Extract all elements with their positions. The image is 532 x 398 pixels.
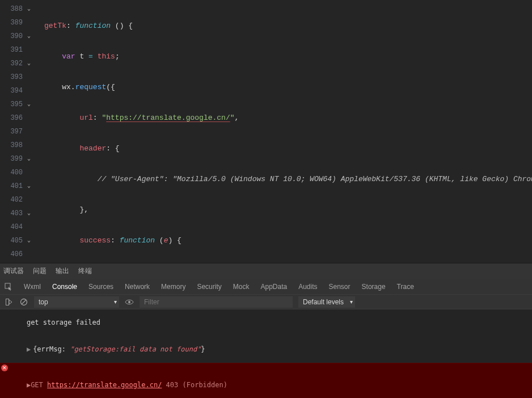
tab-security[interactable]: Security <box>197 283 221 291</box>
filter-input[interactable] <box>140 296 293 308</box>
fold-arrow[interactable]: ⌄ <box>26 156 32 162</box>
expand-arrow-icon[interactable]: ▶ <box>27 345 31 353</box>
code-editor[interactable]: 388⌄ 389⌄ 390⌄ 391⌄ 392⌄ 393⌄ 394⌄ 395⌄ … <box>0 0 532 263</box>
clear-console-icon[interactable] <box>19 298 28 307</box>
tab-storage[interactable]: Storage <box>362 283 386 291</box>
svg-point-4 <box>128 301 130 303</box>
console-message: get storage failed <box>0 309 532 336</box>
error-link[interactable]: https://translate.google.cn/ <box>47 381 162 389</box>
fold-arrow[interactable]: ⌄ <box>26 238 32 244</box>
svg-rect-0 <box>5 283 10 288</box>
error-icon: ✕ <box>1 365 8 371</box>
tab-debugger[interactable]: 调试器 <box>3 266 24 276</box>
tab-terminal[interactable]: 终端 <box>78 266 92 276</box>
tab-audits[interactable]: Audits <box>298 283 317 291</box>
tab-appdata[interactable]: AppData <box>260 283 287 291</box>
log-level-selector[interactable]: Default levels <box>298 296 355 308</box>
tab-console[interactable]: Console <box>52 283 77 291</box>
tab-network[interactable]: Network <box>125 283 150 291</box>
fold-arrow[interactable]: ⌄ <box>26 6 32 12</box>
console-message: ▶{errMsg: "getStorage:fail data not foun… <box>0 336 532 363</box>
tab-sensor[interactable]: Sensor <box>329 283 351 291</box>
eye-icon[interactable] <box>125 298 134 307</box>
bottom-panel-tabs: 调试器 问题 输出 终端 <box>0 263 532 279</box>
tab-wxml[interactable]: Wxml <box>24 283 41 291</box>
tab-memory[interactable]: Memory <box>161 283 185 291</box>
fold-arrow[interactable]: ⌄ <box>26 183 32 189</box>
tab-output[interactable]: 输出 <box>56 266 69 276</box>
fold-arrow[interactable]: ⌄ <box>26 33 32 39</box>
line-number-gutter: 388⌄ 389⌄ 390⌄ 391⌄ 392⌄ 393⌄ 394⌄ 395⌄ … <box>0 0 35 263</box>
inspect-icon[interactable] <box>5 283 12 291</box>
fold-arrow[interactable]: ⌄ <box>26 61 32 66</box>
console-output[interactable]: get storage failed ▶{errMsg: "getStorage… <box>0 309 532 398</box>
tab-mock[interactable]: Mock <box>233 283 250 291</box>
context-selector[interactable]: top <box>34 296 119 308</box>
tab-trace[interactable]: Trace <box>397 283 414 291</box>
fold-arrow[interactable]: ⌄ <box>26 211 32 216</box>
code-content[interactable]: getTk: function () { var t = this; wx.re… <box>35 0 532 263</box>
tab-sources[interactable]: Sources <box>88 283 113 291</box>
console-toolbar: top Default levels <box>0 295 532 309</box>
fold-arrow[interactable]: ⌄ <box>26 102 32 107</box>
svg-rect-1 <box>6 299 9 305</box>
console-error: ✕ ▶GET https://translate.google.cn/ 403 … <box>0 363 532 398</box>
tab-problems[interactable]: 问题 <box>33 266 47 276</box>
devtools-tabstrip: Wxml Console Sources Network Memory Secu… <box>0 279 532 295</box>
play-icon[interactable] <box>5 298 14 307</box>
svg-line-3 <box>22 300 26 304</box>
